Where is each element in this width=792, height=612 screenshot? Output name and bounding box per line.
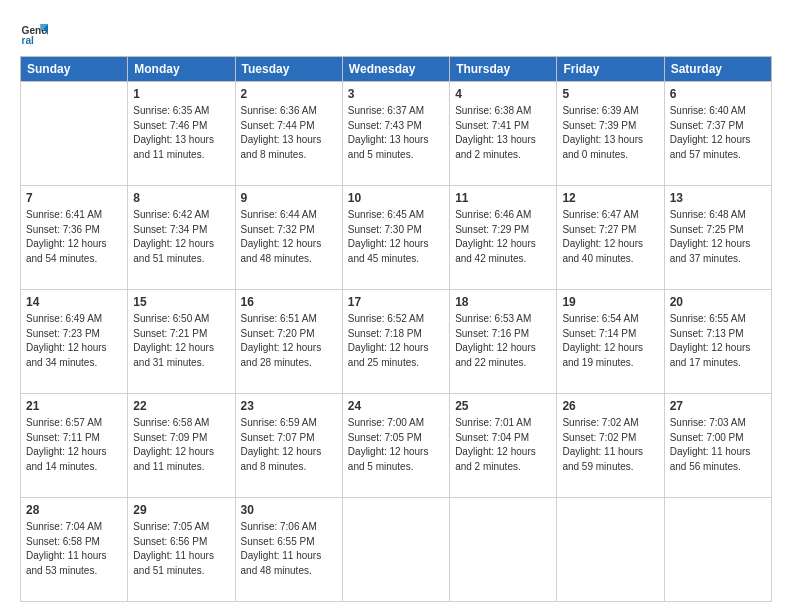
day-info: Sunrise: 6:35 AM Sunset: 7:46 PM Dayligh… xyxy=(133,105,214,160)
calendar-cell: 12Sunrise: 6:47 AM Sunset: 7:27 PM Dayli… xyxy=(557,186,664,290)
day-number: 23 xyxy=(241,398,337,414)
calendar-cell: 26Sunrise: 7:02 AM Sunset: 7:02 PM Dayli… xyxy=(557,394,664,498)
calendar-cell: 7Sunrise: 6:41 AM Sunset: 7:36 PM Daylig… xyxy=(21,186,128,290)
calendar-cell: 28Sunrise: 7:04 AM Sunset: 6:58 PM Dayli… xyxy=(21,498,128,602)
day-info: Sunrise: 6:54 AM Sunset: 7:14 PM Dayligh… xyxy=(562,313,643,368)
calendar-cell: 11Sunrise: 6:46 AM Sunset: 7:29 PM Dayli… xyxy=(450,186,557,290)
calendar-cell xyxy=(664,498,771,602)
day-info: Sunrise: 6:49 AM Sunset: 7:23 PM Dayligh… xyxy=(26,313,107,368)
day-info: Sunrise: 7:04 AM Sunset: 6:58 PM Dayligh… xyxy=(26,521,107,576)
day-number: 8 xyxy=(133,190,229,206)
calendar-cell: 27Sunrise: 7:03 AM Sunset: 7:00 PM Dayli… xyxy=(664,394,771,498)
day-number: 6 xyxy=(670,86,766,102)
day-info: Sunrise: 6:47 AM Sunset: 7:27 PM Dayligh… xyxy=(562,209,643,264)
day-number: 25 xyxy=(455,398,551,414)
day-info: Sunrise: 6:51 AM Sunset: 7:20 PM Dayligh… xyxy=(241,313,322,368)
day-number: 1 xyxy=(133,86,229,102)
calendar: SundayMondayTuesdayWednesdayThursdayFrid… xyxy=(20,56,772,602)
day-info: Sunrise: 7:01 AM Sunset: 7:04 PM Dayligh… xyxy=(455,417,536,472)
day-number: 9 xyxy=(241,190,337,206)
day-number: 29 xyxy=(133,502,229,518)
day-number: 13 xyxy=(670,190,766,206)
day-number: 14 xyxy=(26,294,122,310)
calendar-cell: 4Sunrise: 6:38 AM Sunset: 7:41 PM Daylig… xyxy=(450,82,557,186)
day-number: 16 xyxy=(241,294,337,310)
day-number: 3 xyxy=(348,86,444,102)
day-info: Sunrise: 6:39 AM Sunset: 7:39 PM Dayligh… xyxy=(562,105,643,160)
calendar-cell: 24Sunrise: 7:00 AM Sunset: 7:05 PM Dayli… xyxy=(342,394,449,498)
calendar-cell: 6Sunrise: 6:40 AM Sunset: 7:37 PM Daylig… xyxy=(664,82,771,186)
calendar-cell: 2Sunrise: 6:36 AM Sunset: 7:44 PM Daylig… xyxy=(235,82,342,186)
day-number: 12 xyxy=(562,190,658,206)
day-info: Sunrise: 6:44 AM Sunset: 7:32 PM Dayligh… xyxy=(241,209,322,264)
calendar-week-2: 14Sunrise: 6:49 AM Sunset: 7:23 PM Dayli… xyxy=(21,290,772,394)
svg-text:ral: ral xyxy=(22,35,35,46)
day-number: 20 xyxy=(670,294,766,310)
day-number: 30 xyxy=(241,502,337,518)
calendar-cell: 16Sunrise: 6:51 AM Sunset: 7:20 PM Dayli… xyxy=(235,290,342,394)
calendar-cell: 15Sunrise: 6:50 AM Sunset: 7:21 PM Dayli… xyxy=(128,290,235,394)
calendar-week-3: 21Sunrise: 6:57 AM Sunset: 7:11 PM Dayli… xyxy=(21,394,772,498)
calendar-cell xyxy=(450,498,557,602)
calendar-cell: 1Sunrise: 6:35 AM Sunset: 7:46 PM Daylig… xyxy=(128,82,235,186)
day-number: 5 xyxy=(562,86,658,102)
day-number: 26 xyxy=(562,398,658,414)
weekday-header-thursday: Thursday xyxy=(450,57,557,82)
calendar-cell: 22Sunrise: 6:58 AM Sunset: 7:09 PM Dayli… xyxy=(128,394,235,498)
calendar-week-4: 28Sunrise: 7:04 AM Sunset: 6:58 PM Dayli… xyxy=(21,498,772,602)
calendar-cell: 29Sunrise: 7:05 AM Sunset: 6:56 PM Dayli… xyxy=(128,498,235,602)
calendar-cell: 13Sunrise: 6:48 AM Sunset: 7:25 PM Dayli… xyxy=(664,186,771,290)
calendar-cell: 23Sunrise: 6:59 AM Sunset: 7:07 PM Dayli… xyxy=(235,394,342,498)
calendar-cell: 25Sunrise: 7:01 AM Sunset: 7:04 PM Dayli… xyxy=(450,394,557,498)
calendar-week-1: 7Sunrise: 6:41 AM Sunset: 7:36 PM Daylig… xyxy=(21,186,772,290)
day-info: Sunrise: 6:38 AM Sunset: 7:41 PM Dayligh… xyxy=(455,105,536,160)
calendar-cell: 19Sunrise: 6:54 AM Sunset: 7:14 PM Dayli… xyxy=(557,290,664,394)
day-info: Sunrise: 6:52 AM Sunset: 7:18 PM Dayligh… xyxy=(348,313,429,368)
day-number: 7 xyxy=(26,190,122,206)
calendar-cell: 30Sunrise: 7:06 AM Sunset: 6:55 PM Dayli… xyxy=(235,498,342,602)
calendar-cell: 10Sunrise: 6:45 AM Sunset: 7:30 PM Dayli… xyxy=(342,186,449,290)
logo: Gene ral xyxy=(20,18,52,46)
weekday-header-saturday: Saturday xyxy=(664,57,771,82)
day-info: Sunrise: 7:05 AM Sunset: 6:56 PM Dayligh… xyxy=(133,521,214,576)
day-info: Sunrise: 6:48 AM Sunset: 7:25 PM Dayligh… xyxy=(670,209,751,264)
day-info: Sunrise: 6:50 AM Sunset: 7:21 PM Dayligh… xyxy=(133,313,214,368)
day-number: 24 xyxy=(348,398,444,414)
day-info: Sunrise: 6:59 AM Sunset: 7:07 PM Dayligh… xyxy=(241,417,322,472)
day-info: Sunrise: 7:02 AM Sunset: 7:02 PM Dayligh… xyxy=(562,417,643,472)
calendar-cell: 17Sunrise: 6:52 AM Sunset: 7:18 PM Dayli… xyxy=(342,290,449,394)
day-info: Sunrise: 6:40 AM Sunset: 7:37 PM Dayligh… xyxy=(670,105,751,160)
weekday-header-tuesday: Tuesday xyxy=(235,57,342,82)
calendar-cell: 8Sunrise: 6:42 AM Sunset: 7:34 PM Daylig… xyxy=(128,186,235,290)
calendar-cell: 18Sunrise: 6:53 AM Sunset: 7:16 PM Dayli… xyxy=(450,290,557,394)
day-info: Sunrise: 6:37 AM Sunset: 7:43 PM Dayligh… xyxy=(348,105,429,160)
calendar-cell: 3Sunrise: 6:37 AM Sunset: 7:43 PM Daylig… xyxy=(342,82,449,186)
calendar-cell: 21Sunrise: 6:57 AM Sunset: 7:11 PM Dayli… xyxy=(21,394,128,498)
day-number: 18 xyxy=(455,294,551,310)
calendar-cell: 5Sunrise: 6:39 AM Sunset: 7:39 PM Daylig… xyxy=(557,82,664,186)
calendar-cell xyxy=(21,82,128,186)
day-info: Sunrise: 6:41 AM Sunset: 7:36 PM Dayligh… xyxy=(26,209,107,264)
calendar-cell: 9Sunrise: 6:44 AM Sunset: 7:32 PM Daylig… xyxy=(235,186,342,290)
day-info: Sunrise: 6:42 AM Sunset: 7:34 PM Dayligh… xyxy=(133,209,214,264)
day-number: 17 xyxy=(348,294,444,310)
day-info: Sunrise: 6:57 AM Sunset: 7:11 PM Dayligh… xyxy=(26,417,107,472)
day-number: 10 xyxy=(348,190,444,206)
day-number: 4 xyxy=(455,86,551,102)
day-number: 22 xyxy=(133,398,229,414)
day-info: Sunrise: 6:53 AM Sunset: 7:16 PM Dayligh… xyxy=(455,313,536,368)
calendar-week-0: 1Sunrise: 6:35 AM Sunset: 7:46 PM Daylig… xyxy=(21,82,772,186)
day-info: Sunrise: 7:03 AM Sunset: 7:00 PM Dayligh… xyxy=(670,417,751,472)
logo-icon: Gene ral xyxy=(20,18,48,46)
calendar-cell xyxy=(342,498,449,602)
weekday-header-sunday: Sunday xyxy=(21,57,128,82)
day-info: Sunrise: 6:45 AM Sunset: 7:30 PM Dayligh… xyxy=(348,209,429,264)
calendar-cell: 20Sunrise: 6:55 AM Sunset: 7:13 PM Dayli… xyxy=(664,290,771,394)
calendar-cell xyxy=(557,498,664,602)
weekday-header-monday: Monday xyxy=(128,57,235,82)
day-number: 2 xyxy=(241,86,337,102)
day-info: Sunrise: 7:00 AM Sunset: 7:05 PM Dayligh… xyxy=(348,417,429,472)
calendar-cell: 14Sunrise: 6:49 AM Sunset: 7:23 PM Dayli… xyxy=(21,290,128,394)
day-number: 27 xyxy=(670,398,766,414)
day-info: Sunrise: 6:36 AM Sunset: 7:44 PM Dayligh… xyxy=(241,105,322,160)
